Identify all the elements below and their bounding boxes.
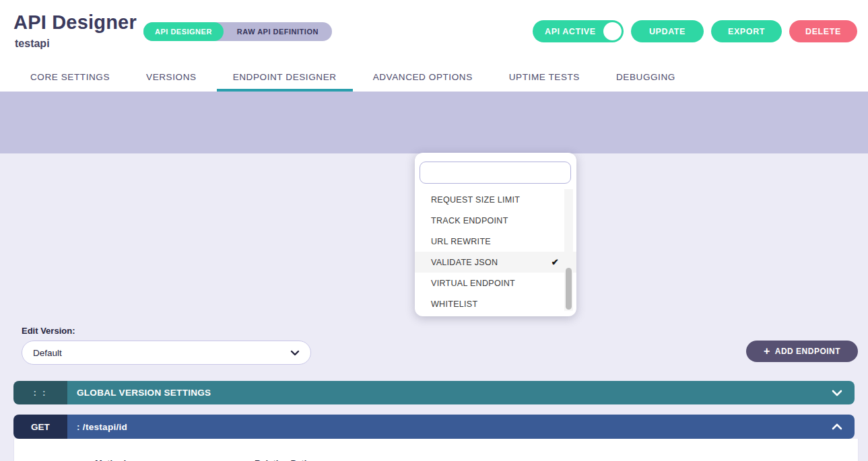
tab-debugging[interactable]: DEBUGGING (616, 72, 675, 82)
drag-handle-icon[interactable]: : : (13, 381, 67, 404)
endpoint-method-badge: GET (13, 415, 67, 439)
toggle-api-designer[interactable]: API DESIGNER (143, 22, 224, 41)
chevron-up-icon[interactable] (832, 423, 842, 430)
plus-icon: + (764, 346, 770, 357)
check-icon: ✔ (552, 257, 559, 267)
relative-path-label: Relative Path: (255, 458, 312, 461)
chevron-down-icon (290, 350, 300, 356)
toggle-knob-icon[interactable] (603, 22, 622, 40)
version-select[interactable]: Default (22, 341, 311, 365)
edit-version-label: Edit Version: (22, 326, 75, 336)
global-version-settings-bar[interactable]: : : GLOBAL VERSION SETTINGS (13, 381, 855, 404)
delete-button[interactable]: DELETE (789, 20, 857, 42)
plugin-option-url-rewrite[interactable]: URL REWRITE (415, 231, 576, 252)
designer-mode-toggle: API DESIGNER RAW API DEFINITION (143, 22, 332, 41)
api-name: testapi (15, 38, 50, 50)
plugin-option-request-size-limit[interactable]: REQUEST SIZE LIMIT (415, 189, 576, 210)
api-info-band: API URL: https://tyk123.cloudv2.tyk.io/t… (0, 92, 868, 153)
tab-uptime-tests[interactable]: UPTIME TESTS (509, 72, 580, 82)
plugins-dropdown: REQUEST SIZE LIMIT TRACK ENDPOINT URL RE… (415, 153, 576, 316)
plugin-options-list: REQUEST SIZE LIMIT TRACK ENDPOINT URL RE… (415, 189, 576, 314)
plugin-option-virtual-endpoint[interactable]: VIRTUAL ENDPOINT (415, 273, 576, 293)
tab-endpoint-designer[interactable]: ENDPOINT DESIGNER (233, 72, 337, 82)
add-endpoint-label: ADD ENDPOINT (775, 347, 840, 356)
version-select-value: Default (33, 348, 62, 358)
toggle-raw-api-definition[interactable]: RAW API DEFINITION (224, 28, 332, 36)
api-active-toggle[interactable]: API ACTIVE (533, 20, 624, 42)
plugin-option-whitelist[interactable]: WHITELIST (415, 293, 576, 314)
tab-advanced-options[interactable]: ADVANCED OPTIONS (373, 72, 473, 82)
update-button[interactable]: UPDATE (631, 20, 704, 42)
plugin-option-track-endpoint[interactable]: TRACK ENDPOINT (415, 210, 576, 231)
dropdown-scrollbar (564, 189, 573, 311)
endpoint-detail-panel: ✕ Method: GET Relative Path: Validate JS… (13, 439, 859, 461)
add-endpoint-button[interactable]: + ADD ENDPOINT (746, 341, 858, 362)
export-button[interactable]: EXPORT (711, 20, 782, 42)
tab-bar: CORE SETTINGS VERSIONS ENDPOINT DESIGNER… (30, 72, 675, 82)
endpoint-path-label: : /testapi/id (77, 422, 127, 432)
endpoint-bar-get[interactable]: GET : /testapi/id (13, 415, 855, 439)
plugin-option-validate-json[interactable]: VALIDATE JSON ✔ (415, 252, 576, 273)
page-title: API Designer (13, 11, 137, 34)
api-active-label: API ACTIVE (545, 27, 596, 36)
plugin-search-input[interactable] (420, 162, 571, 184)
global-version-settings-label: GLOBAL VERSION SETTINGS (77, 388, 211, 398)
dropdown-scrollbar-thumb[interactable] (566, 268, 572, 310)
method-label: Method: (95, 458, 129, 461)
chevron-down-icon[interactable] (832, 390, 842, 396)
tab-core-settings[interactable]: CORE SETTINGS (30, 72, 110, 82)
plugin-option-label: VALIDATE JSON (431, 258, 498, 267)
header: API Designer testapi API DESIGNER RAW AP… (0, 0, 868, 92)
tab-versions[interactable]: VERSIONS (146, 72, 197, 82)
